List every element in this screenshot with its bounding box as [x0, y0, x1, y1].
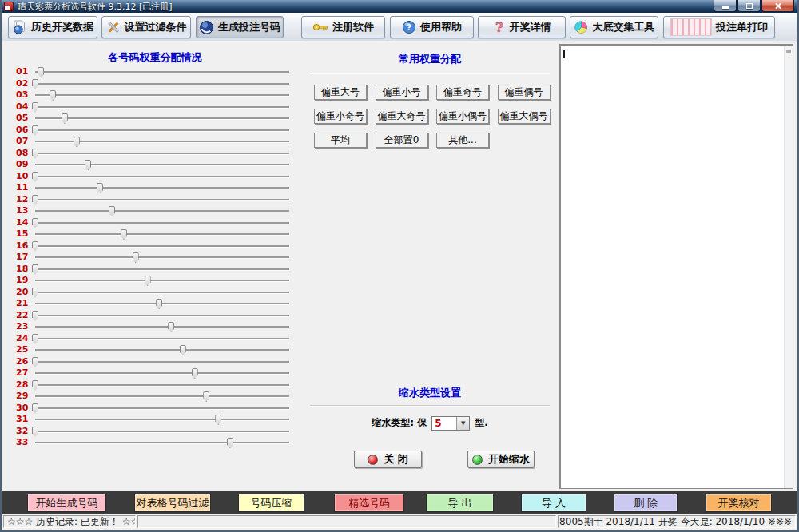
weight-slider-track[interactable]: [35, 210, 289, 212]
weight-preset-button[interactable]: 偏重大偶号: [498, 109, 551, 124]
weight-slider-track[interactable]: [35, 106, 289, 108]
weight-slider-thumb[interactable]: [74, 137, 80, 147]
weight-slider-track[interactable]: [35, 268, 289, 270]
bottom-action-select-best[interactable]: 精选号码: [334, 494, 404, 512]
bottom-action-check-draw[interactable]: 开奖核对: [706, 494, 772, 512]
weight-slider-track[interactable]: [35, 164, 289, 165]
bottom-action-start-generate[interactable]: 开始生成号码: [27, 494, 106, 512]
bottom-action-filter-table[interactable]: 对表格号码过滤: [134, 494, 211, 512]
weight-slider-thumb[interactable]: [62, 113, 68, 124]
weight-slider-thumb[interactable]: [121, 229, 127, 240]
bottom-action-import[interactable]: 导 入: [521, 494, 586, 512]
weight-preset-button[interactable]: 偏重偶号: [498, 85, 551, 100]
bottom-action-delete[interactable]: 删 除: [614, 494, 678, 512]
weight-slider-track[interactable]: [35, 280, 289, 281]
weight-slider-track[interactable]: [35, 141, 289, 142]
weight-slider-track[interactable]: [35, 361, 289, 363]
start-shrink-button[interactable]: 开始缩水: [467, 451, 535, 468]
bottom-action-export[interactable]: 导 出: [426, 494, 494, 512]
toolbar-button-help[interactable]: ?使用帮助: [390, 16, 474, 38]
weight-slider-thumb[interactable]: [32, 403, 38, 414]
weight-slider-track[interactable]: [35, 384, 289, 386]
weight-slider-thumb[interactable]: [32, 241, 38, 252]
weight-preset-button[interactable]: 平均: [314, 133, 367, 148]
weight-slider-thumb[interactable]: [32, 102, 38, 113]
weight-slider-thumb[interactable]: [32, 427, 38, 437]
weight-slider-track[interactable]: [35, 153, 289, 154]
weight-slider-track[interactable]: [35, 326, 289, 328]
weight-slider-thumb[interactable]: [227, 438, 233, 448]
weight-slider-thumb[interactable]: [156, 299, 162, 309]
weight-slider-track[interactable]: [35, 94, 289, 96]
weight-preset-button[interactable]: 偏重小奇号: [314, 109, 367, 124]
weight-slider-track[interactable]: [35, 256, 289, 258]
chevron-down-icon[interactable]: ▼: [456, 417, 469, 430]
weight-slider-thumb[interactable]: [32, 380, 38, 391]
weight-slider-track[interactable]: [35, 395, 289, 397]
weight-slider-thumb[interactable]: [32, 264, 38, 275]
weight-slider-track[interactable]: [35, 187, 289, 189]
weight-slider-thumb[interactable]: [32, 195, 38, 205]
weight-slider-thumb[interactable]: [215, 415, 221, 425]
toolbar-button-filter-settings[interactable]: 设置过滤条件: [101, 16, 191, 38]
weight-slider-track[interactable]: [35, 245, 289, 247]
minimize-button[interactable]: [714, 0, 737, 12]
weight-slider-thumb[interactable]: [168, 322, 174, 332]
weight-preset-button[interactable]: 其他...: [436, 133, 489, 148]
weight-slider-thumb[interactable]: [50, 90, 56, 101]
weight-slider-thumb[interactable]: [32, 79, 38, 89]
weight-slider-thumb[interactable]: [32, 357, 38, 367]
weight-slider-track[interactable]: [35, 117, 289, 119]
weight-slider-thumb[interactable]: [32, 288, 38, 298]
weight-slider-track[interactable]: [35, 349, 289, 351]
weight-preset-button[interactable]: 全部置0: [376, 133, 428, 148]
weight-slider-thumb[interactable]: [97, 183, 103, 193]
weight-slider-track[interactable]: [35, 303, 289, 304]
weight-preset-button[interactable]: 偏重大号: [314, 85, 367, 100]
weight-slider-thumb[interactable]: [32, 149, 38, 159]
weight-slider-track[interactable]: [35, 372, 289, 374]
weight-slider-thumb[interactable]: [180, 345, 186, 355]
weight-slider-thumb[interactable]: [192, 368, 198, 379]
weight-slider-track[interactable]: [35, 407, 289, 409]
bottom-action-compress[interactable]: 号码压缩: [238, 494, 304, 512]
weight-slider-track[interactable]: [35, 442, 289, 443]
toolbar-button-generate-numbers[interactable]: 生成投注号码: [196, 16, 284, 38]
weight-slider-track[interactable]: [35, 338, 289, 339]
weight-slider-track[interactable]: [35, 129, 289, 131]
weight-slider-track[interactable]: [35, 292, 289, 293]
weight-preset-button[interactable]: 偏重小号: [376, 85, 428, 100]
weight-slider-thumb[interactable]: [32, 218, 38, 228]
weight-slider-track[interactable]: [35, 419, 289, 420]
weight-slider-thumb[interactable]: [109, 206, 115, 216]
toolbar-button-history-data[interactable]: 历史开奖数据: [8, 16, 97, 38]
weight-slider-thumb[interactable]: [32, 125, 38, 136]
weight-slider-thumb[interactable]: [133, 252, 139, 263]
weight-slider-track[interactable]: [35, 83, 289, 85]
results-list-panel[interactable]: [559, 44, 793, 489]
close-panel-button[interactable]: 关 闭: [354, 451, 422, 468]
toolbar-button-register[interactable]: 注册软件: [301, 16, 385, 38]
maximize-button[interactable]: [737, 0, 761, 12]
toolbar-button-intersection-tool[interactable]: 大底交集工具: [570, 16, 658, 38]
weight-preset-button[interactable]: 偏重奇号: [436, 85, 489, 100]
weight-slider-thumb[interactable]: [32, 334, 38, 344]
weight-slider-track[interactable]: [35, 315, 289, 316]
weight-slider-thumb[interactable]: [85, 160, 91, 170]
weight-slider-track[interactable]: [35, 199, 289, 200]
weight-slider-track[interactable]: [35, 71, 289, 73]
weight-slider-thumb[interactable]: [203, 391, 209, 402]
weight-preset-button[interactable]: 偏重小偶号: [436, 109, 489, 124]
weight-slider-track[interactable]: [35, 222, 289, 224]
weight-slider-thumb[interactable]: [32, 172, 38, 182]
toolbar-button-draw-details[interactable]: ?开奖详情: [478, 16, 566, 38]
weight-slider-track[interactable]: [35, 176, 289, 177]
close-button[interactable]: [761, 0, 794, 12]
weight-slider-thumb[interactable]: [32, 311, 38, 321]
weight-slider-track[interactable]: [35, 233, 289, 235]
weight-slider-track[interactable]: [35, 431, 289, 432]
vertical-scrollbar[interactable]: [784, 46, 793, 488]
weight-slider-thumb[interactable]: [38, 67, 44, 77]
weight-slider-thumb[interactable]: [145, 276, 151, 286]
shrink-type-dropdown[interactable]: 5 ▼: [431, 416, 470, 431]
